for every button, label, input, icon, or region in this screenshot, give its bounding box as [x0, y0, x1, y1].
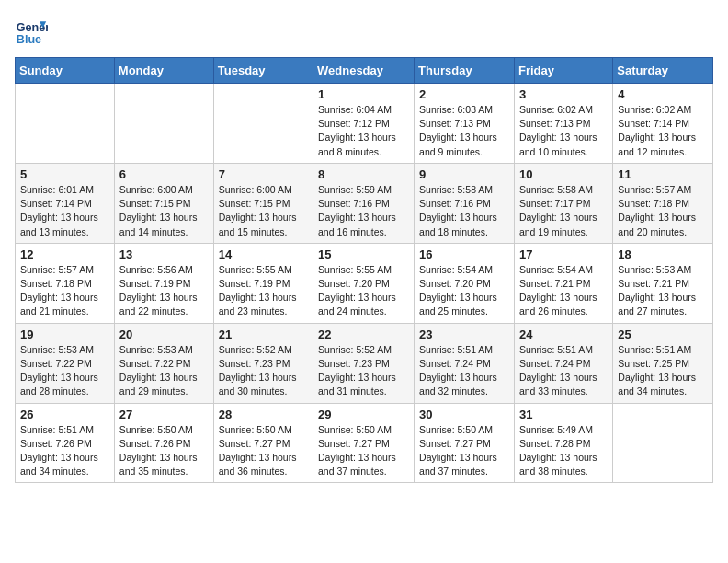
day-cell — [213, 84, 313, 164]
day-number: 28 — [219, 408, 308, 421]
weekday-header-tuesday: Tuesday — [213, 58, 313, 84]
day-info: Sunrise: 5:53 AM Sunset: 7:21 PM Dayligh… — [618, 263, 708, 319]
day-info: Sunrise: 5:51 AM Sunset: 7:25 PM Dayligh… — [618, 343, 708, 399]
day-number: 21 — [219, 327, 308, 341]
day-number: 15 — [318, 247, 409, 261]
day-number: 9 — [419, 167, 509, 181]
day-number: 16 — [419, 247, 509, 261]
day-cell: 18Sunrise: 5:53 AM Sunset: 7:21 PM Dayli… — [613, 243, 713, 323]
day-number: 19 — [20, 327, 109, 341]
day-cell: 14Sunrise: 5:55 AM Sunset: 7:19 PM Dayli… — [213, 243, 313, 323]
day-cell: 31Sunrise: 5:49 AM Sunset: 7:28 PM Dayli… — [514, 403, 612, 483]
day-number: 14 — [219, 247, 308, 261]
day-cell: 6Sunrise: 6:00 AM Sunset: 7:15 PM Daylig… — [114, 163, 213, 243]
day-cell — [16, 84, 115, 164]
day-number: 27 — [119, 408, 209, 421]
day-cell — [114, 84, 213, 164]
day-number: 12 — [20, 247, 109, 261]
day-info: Sunrise: 5:54 AM Sunset: 7:21 PM Dayligh… — [519, 263, 608, 319]
day-cell: 11Sunrise: 5:57 AM Sunset: 7:18 PM Dayli… — [613, 163, 713, 243]
day-info: Sunrise: 5:52 AM Sunset: 7:23 PM Dayligh… — [219, 343, 308, 399]
day-cell: 28Sunrise: 5:50 AM Sunset: 7:27 PM Dayli… — [213, 403, 313, 483]
day-info: Sunrise: 5:51 AM Sunset: 7:24 PM Dayligh… — [419, 343, 509, 399]
day-info: Sunrise: 5:53 AM Sunset: 7:22 PM Dayligh… — [20, 343, 109, 399]
weekday-header-wednesday: Wednesday — [313, 58, 415, 84]
day-cell: 7Sunrise: 6:00 AM Sunset: 7:15 PM Daylig… — [213, 163, 313, 243]
day-number: 5 — [20, 167, 109, 181]
day-info: Sunrise: 6:04 AM Sunset: 7:12 PM Dayligh… — [318, 103, 409, 159]
day-cell: 1Sunrise: 6:04 AM Sunset: 7:12 PM Daylig… — [313, 84, 415, 164]
day-info: Sunrise: 6:01 AM Sunset: 7:14 PM Dayligh… — [20, 183, 109, 239]
day-cell: 5Sunrise: 6:01 AM Sunset: 7:14 PM Daylig… — [16, 163, 115, 243]
day-number: 4 — [618, 87, 708, 101]
week-row-3: 12Sunrise: 5:57 AM Sunset: 7:18 PM Dayli… — [16, 243, 713, 323]
day-info: Sunrise: 5:59 AM Sunset: 7:16 PM Dayligh… — [318, 183, 409, 239]
day-number: 22 — [318, 327, 409, 341]
week-row-4: 19Sunrise: 5:53 AM Sunset: 7:22 PM Dayli… — [16, 323, 713, 403]
day-number: 18 — [618, 247, 708, 261]
day-cell: 23Sunrise: 5:51 AM Sunset: 7:24 PM Dayli… — [415, 323, 515, 403]
day-cell: 13Sunrise: 5:56 AM Sunset: 7:19 PM Dayli… — [114, 243, 213, 323]
svg-text:Blue: Blue — [17, 33, 41, 46]
day-info: Sunrise: 6:00 AM Sunset: 7:15 PM Dayligh… — [119, 183, 209, 239]
day-info: Sunrise: 6:02 AM Sunset: 7:13 PM Dayligh… — [519, 103, 608, 159]
weekday-header-sunday: Sunday — [16, 58, 115, 84]
day-number: 24 — [519, 327, 608, 341]
day-info: Sunrise: 5:50 AM Sunset: 7:27 PM Dayligh… — [419, 423, 509, 479]
day-number: 17 — [519, 247, 608, 261]
day-number: 25 — [618, 327, 708, 341]
day-number: 11 — [618, 167, 708, 181]
logo: General Blue — [15, 15, 51, 48]
day-number: 10 — [519, 167, 608, 181]
day-info: Sunrise: 6:03 AM Sunset: 7:13 PM Dayligh… — [419, 103, 509, 159]
day-info: Sunrise: 5:50 AM Sunset: 7:27 PM Dayligh… — [318, 423, 409, 479]
day-cell: 16Sunrise: 5:54 AM Sunset: 7:20 PM Dayli… — [415, 243, 515, 323]
day-info: Sunrise: 5:55 AM Sunset: 7:20 PM Dayligh… — [318, 263, 409, 319]
day-number: 13 — [119, 247, 209, 261]
day-cell: 8Sunrise: 5:59 AM Sunset: 7:16 PM Daylig… — [313, 163, 415, 243]
day-info: Sunrise: 5:57 AM Sunset: 7:18 PM Dayligh… — [20, 263, 109, 319]
day-number: 7 — [219, 167, 308, 181]
day-info: Sunrise: 5:50 AM Sunset: 7:26 PM Dayligh… — [119, 423, 209, 479]
day-cell: 15Sunrise: 5:55 AM Sunset: 7:20 PM Dayli… — [313, 243, 415, 323]
weekday-header-saturday: Saturday — [613, 58, 713, 84]
weekday-row: SundayMondayTuesdayWednesdayThursdayFrid… — [16, 58, 713, 84]
day-cell: 4Sunrise: 6:02 AM Sunset: 7:14 PM Daylig… — [613, 84, 713, 164]
day-number: 23 — [419, 327, 509, 341]
calendar-body: 1Sunrise: 6:04 AM Sunset: 7:12 PM Daylig… — [16, 84, 713, 483]
weekday-header-thursday: Thursday — [415, 58, 515, 84]
day-number: 31 — [519, 408, 608, 421]
day-cell: 2Sunrise: 6:03 AM Sunset: 7:13 PM Daylig… — [415, 84, 515, 164]
day-number: 8 — [318, 167, 409, 181]
day-info: Sunrise: 6:00 AM Sunset: 7:15 PM Dayligh… — [219, 183, 308, 239]
day-info: Sunrise: 5:56 AM Sunset: 7:19 PM Dayligh… — [119, 263, 209, 319]
day-info: Sunrise: 5:51 AM Sunset: 7:24 PM Dayligh… — [519, 343, 608, 399]
day-cell: 29Sunrise: 5:50 AM Sunset: 7:27 PM Dayli… — [313, 403, 415, 483]
day-cell: 12Sunrise: 5:57 AM Sunset: 7:18 PM Dayli… — [16, 243, 115, 323]
day-info: Sunrise: 5:50 AM Sunset: 7:27 PM Dayligh… — [219, 423, 308, 479]
day-cell: 26Sunrise: 5:51 AM Sunset: 7:26 PM Dayli… — [16, 403, 115, 483]
day-info: Sunrise: 5:58 AM Sunset: 7:16 PM Dayligh… — [419, 183, 509, 239]
calendar: SundayMondayTuesdayWednesdayThursdayFrid… — [15, 57, 713, 483]
day-cell: 30Sunrise: 5:50 AM Sunset: 7:27 PM Dayli… — [415, 403, 515, 483]
day-info: Sunrise: 5:49 AM Sunset: 7:28 PM Dayligh… — [519, 423, 608, 479]
week-row-2: 5Sunrise: 6:01 AM Sunset: 7:14 PM Daylig… — [16, 163, 713, 243]
day-cell: 20Sunrise: 5:53 AM Sunset: 7:22 PM Dayli… — [114, 323, 213, 403]
day-number: 20 — [119, 327, 209, 341]
day-cell: 24Sunrise: 5:51 AM Sunset: 7:24 PM Dayli… — [514, 323, 612, 403]
day-info: Sunrise: 5:57 AM Sunset: 7:18 PM Dayligh… — [618, 183, 708, 239]
day-number: 29 — [318, 408, 409, 421]
day-cell: 21Sunrise: 5:52 AM Sunset: 7:23 PM Dayli… — [213, 323, 313, 403]
page-header: General Blue — [15, 15, 713, 48]
day-info: Sunrise: 5:58 AM Sunset: 7:17 PM Dayligh… — [519, 183, 608, 239]
day-number: 30 — [419, 408, 509, 421]
day-number: 1 — [318, 87, 409, 101]
day-info: Sunrise: 5:53 AM Sunset: 7:22 PM Dayligh… — [119, 343, 209, 399]
day-info: Sunrise: 5:52 AM Sunset: 7:23 PM Dayligh… — [318, 343, 409, 399]
day-cell: 22Sunrise: 5:52 AM Sunset: 7:23 PM Dayli… — [313, 323, 415, 403]
day-cell: 25Sunrise: 5:51 AM Sunset: 7:25 PM Dayli… — [613, 323, 713, 403]
week-row-1: 1Sunrise: 6:04 AM Sunset: 7:12 PM Daylig… — [16, 84, 713, 164]
day-info: Sunrise: 5:51 AM Sunset: 7:26 PM Dayligh… — [20, 423, 109, 479]
day-info: Sunrise: 5:54 AM Sunset: 7:20 PM Dayligh… — [419, 263, 509, 319]
day-cell: 10Sunrise: 5:58 AM Sunset: 7:17 PM Dayli… — [514, 163, 612, 243]
